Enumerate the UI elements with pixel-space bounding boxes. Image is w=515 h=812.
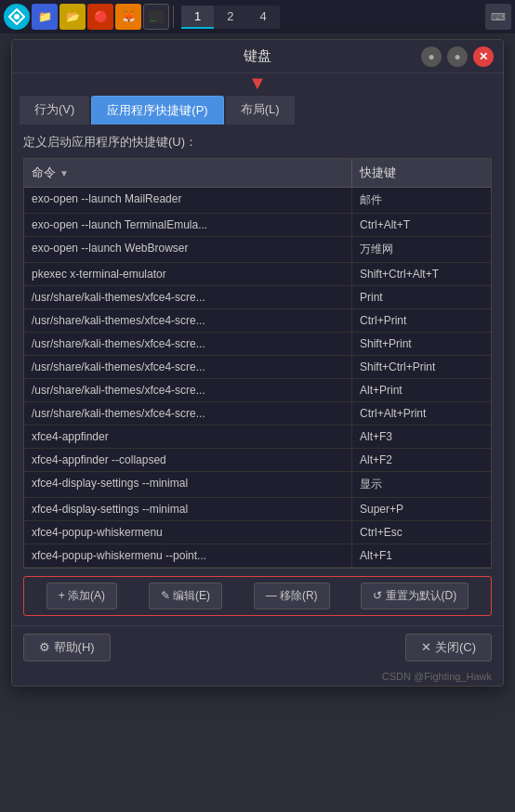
content-area: 定义启动应用程序的快捷键(U)： 命令 ▼ 快捷键 exo-open --lau… bbox=[12, 124, 503, 625]
arrow-container: ▼ bbox=[12, 73, 503, 92]
cell-command: pkexec x-terminal-emulator bbox=[24, 263, 351, 285]
table-header: 命令 ▼ 快捷键 bbox=[24, 159, 491, 188]
cell-shortcut: Ctrl+Alt+Print bbox=[351, 402, 491, 425]
tab-shortcuts[interactable]: 应用程序快捷键(P) bbox=[91, 96, 223, 124]
cell-shortcut: Super+P bbox=[351, 498, 491, 520]
table-row[interactable]: exo-open --launch TerminalEmula... Ctrl+… bbox=[24, 214, 491, 237]
shortcuts-table[interactable]: 命令 ▼ 快捷键 exo-open --launch MailReader 邮件… bbox=[23, 158, 492, 569]
cell-shortcut: Print bbox=[351, 286, 491, 308]
cell-command: /usr/share/kali-themes/xfce4-scre... bbox=[24, 356, 351, 378]
red-arrow: ▼ bbox=[248, 73, 267, 92]
footer: ⚙ 帮助(H) ✕ 关闭(C) bbox=[12, 625, 503, 669]
table-row[interactable]: exo-open --launch MailReader 邮件 bbox=[24, 188, 491, 214]
table-row[interactable]: /usr/share/kali-themes/xfce4-scre... Ctr… bbox=[24, 402, 491, 426]
close-window-button[interactable]: ✕ bbox=[473, 46, 494, 67]
column-command: 命令 ▼ bbox=[24, 159, 351, 187]
cell-shortcut: Alt+F1 bbox=[351, 544, 491, 567]
table-row[interactable]: pkexec x-terminal-emulator Shift+Ctrl+Al… bbox=[24, 263, 491, 286]
taskbar-logo[interactable] bbox=[4, 4, 30, 30]
cell-command: xfce4-display-settings --minimal bbox=[24, 472, 351, 497]
cell-shortcut: Ctrl+Print bbox=[351, 309, 491, 332]
tab-behavior[interactable]: 行为(V) bbox=[20, 96, 89, 124]
cell-shortcut: Alt+Print bbox=[351, 379, 491, 401]
svg-text:_: _ bbox=[151, 12, 156, 21]
watermark: CSDN @Fighting_Hawk bbox=[12, 669, 503, 686]
cell-command: xfce4-appfinder bbox=[24, 426, 351, 448]
table-row[interactable]: exo-open --launch WebBrowser 万维网 bbox=[24, 237, 491, 263]
cell-shortcut: Ctrl+Esc bbox=[351, 521, 491, 544]
close-button[interactable]: ✕ 关闭(C) bbox=[405, 634, 492, 661]
table-body: exo-open --launch MailReader 邮件 exo-open… bbox=[24, 188, 491, 568]
svg-point-0 bbox=[14, 14, 20, 20]
remove-button[interactable]: — 移除(R) bbox=[254, 583, 330, 609]
cell-shortcut: 万维网 bbox=[351, 237, 491, 262]
help-button[interactable]: ⚙ 帮助(H) bbox=[23, 634, 111, 661]
table-row[interactable]: xfce4-appfinder --collapsed Alt+F2 bbox=[24, 449, 491, 472]
taskbar-divider bbox=[173, 6, 174, 28]
action-bar: + 添加(A) ✎ 编辑(E) — 移除(R) ↺ 重置为默认(D) bbox=[23, 576, 492, 616]
table-row[interactable]: /usr/share/kali-themes/xfce4-scre... Ctr… bbox=[24, 309, 491, 333]
cell-shortcut: 邮件 bbox=[351, 188, 491, 213]
taskbar-tab-4[interactable]: 4 bbox=[246, 6, 279, 29]
cell-command: exo-open --launch TerminalEmula... bbox=[24, 214, 351, 236]
edit-button[interactable]: ✎ 编辑(E) bbox=[149, 583, 222, 609]
column-shortcut: 快捷键 bbox=[351, 159, 491, 187]
taskbar-icon-firefox[interactable]: 🦊 bbox=[115, 4, 141, 30]
taskbar-keyboard-icon[interactable]: ⌨ bbox=[485, 4, 511, 30]
title-bar: 键盘 ● ● ✕ bbox=[12, 40, 503, 73]
reset-button[interactable]: ↺ 重置为默认(D) bbox=[361, 583, 469, 609]
table-row[interactable]: xfce4-popup-whiskermenu Ctrl+Esc bbox=[24, 521, 491, 544]
table-row[interactable]: xfce4-popup-whiskermenu --point... Alt+F… bbox=[24, 544, 491, 568]
cell-shortcut: Shift+Print bbox=[351, 333, 491, 355]
cell-command: xfce4-appfinder --collapsed bbox=[24, 449, 351, 471]
table-row[interactable]: xfce4-appfinder Alt+F3 bbox=[24, 426, 491, 449]
taskbar-tab-2[interactable]: 2 bbox=[214, 6, 246, 29]
cell-command: xfce4-popup-whiskermenu bbox=[24, 521, 351, 544]
table-row[interactable]: /usr/share/kali-themes/xfce4-scre... Shi… bbox=[24, 333, 491, 356]
taskbar-tab-1[interactable]: 1 bbox=[181, 6, 214, 29]
cell-shortcut: Alt+F3 bbox=[351, 426, 491, 448]
sort-arrow: ▼ bbox=[59, 168, 69, 178]
cell-command: /usr/share/kali-themes/xfce4-scre... bbox=[24, 333, 351, 355]
cell-command: exo-open --launch WebBrowser bbox=[24, 237, 351, 262]
cell-shortcut: Ctrl+Alt+T bbox=[351, 214, 491, 236]
add-button[interactable]: + 添加(A) bbox=[46, 583, 117, 609]
cell-command: /usr/share/kali-themes/xfce4-scre... bbox=[24, 286, 351, 308]
cell-shortcut: Alt+F2 bbox=[351, 449, 491, 471]
tab-bar: 行为(V) 应用程序快捷键(P) 布局(L) bbox=[12, 92, 503, 124]
taskbar-icon-terminal[interactable]: _ bbox=[143, 4, 169, 30]
title-bar-controls: ● ● ✕ bbox=[421, 46, 494, 67]
table-row[interactable]: /usr/share/kali-themes/xfce4-scre... Pri… bbox=[24, 286, 491, 309]
cell-command: /usr/share/kali-themes/xfce4-scre... bbox=[24, 402, 351, 425]
cell-command: /usr/share/kali-themes/xfce4-scre... bbox=[24, 379, 351, 401]
cell-command: /usr/share/kali-themes/xfce4-scre... bbox=[24, 309, 351, 332]
window-title: 键盘 bbox=[244, 47, 271, 65]
table-row[interactable]: /usr/share/kali-themes/xfce4-scre... Shi… bbox=[24, 356, 491, 379]
taskbar-tabs: 1 2 4 bbox=[181, 6, 280, 29]
cell-shortcut: Shift+Ctrl+Print bbox=[351, 356, 491, 378]
taskbar-icon-folder[interactable]: 📂 bbox=[59, 4, 86, 30]
taskbar-icon-app1[interactable]: 🔴 bbox=[87, 4, 113, 30]
keyboard-settings-window: 键盘 ● ● ✕ ▼ 行为(V) 应用程序快捷键(P) 布局(L) 定义启动应用… bbox=[11, 39, 504, 687]
cell-command: exo-open --launch MailReader bbox=[24, 188, 351, 213]
cell-shortcut: 显示 bbox=[351, 472, 491, 497]
tab-layout[interactable]: 布局(L) bbox=[226, 96, 295, 124]
cell-command: xfce4-popup-whiskermenu --point... bbox=[24, 544, 351, 567]
desktop: 📁 📂 🔴 🦊 _ 1 2 4 ⌨ 键盘 ● ● ✕ bbox=[0, 0, 515, 812]
table-row[interactable]: xfce4-display-settings --minimal 显示 bbox=[24, 472, 491, 498]
maximize-button[interactable]: ● bbox=[447, 46, 468, 67]
taskbar-icon-files[interactable]: 📁 bbox=[32, 4, 58, 30]
table-row[interactable]: /usr/share/kali-themes/xfce4-scre... Alt… bbox=[24, 379, 491, 402]
table-row[interactable]: xfce4-display-settings --minimal Super+P bbox=[24, 498, 491, 521]
minimize-button[interactable]: ● bbox=[421, 46, 442, 67]
cell-shortcut: Shift+Ctrl+Alt+T bbox=[351, 263, 491, 285]
section-description: 定义启动应用程序的快捷键(U)： bbox=[23, 134, 492, 151]
taskbar: 📁 📂 🔴 🦊 _ 1 2 4 ⌨ bbox=[0, 0, 515, 33]
cell-command: xfce4-display-settings --minimal bbox=[24, 498, 351, 520]
